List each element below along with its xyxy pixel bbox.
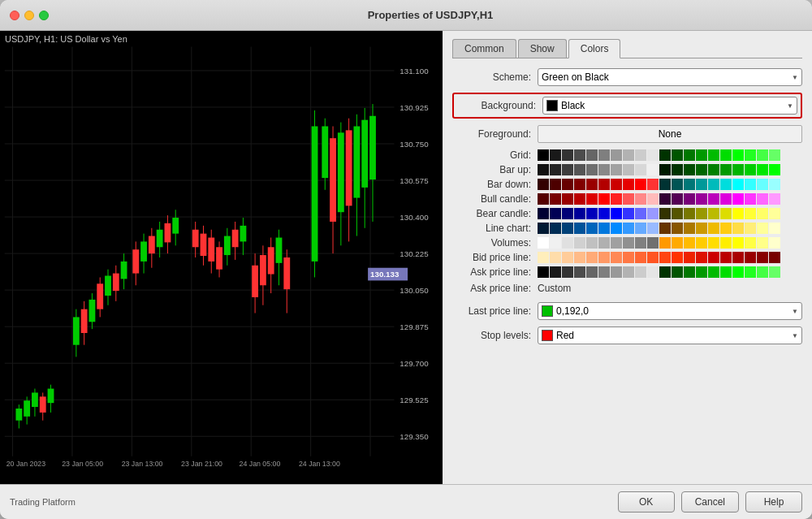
color-cell-5-11[interactable]	[672, 223, 683, 234]
color-cell-2-15[interactable]	[720, 179, 732, 190]
color-cell-0-15[interactable]	[720, 149, 732, 161]
color-cell-7-2[interactable]	[562, 252, 573, 263]
color-cell-1-9[interactable]	[647, 164, 659, 175]
color-cell-7-1[interactable]	[550, 252, 561, 263]
minimize-button[interactable]	[24, 11, 34, 20]
color-cell-2-7[interactable]	[623, 179, 634, 190]
color-cell-2-16[interactable]	[732, 179, 744, 190]
color-cell-0-6[interactable]	[611, 149, 622, 161]
color-cell-3-13[interactable]	[696, 193, 707, 205]
color-cell-1-1[interactable]	[550, 164, 561, 175]
color-cell-4-3[interactable]	[574, 208, 585, 219]
color-cell-2-18[interactable]	[757, 179, 768, 190]
color-cell-8-19[interactable]	[769, 266, 780, 278]
color-cell-1-18[interactable]	[757, 164, 768, 175]
color-cell-8-13[interactable]	[696, 266, 707, 278]
color-cell-0-13[interactable]	[696, 149, 707, 161]
color-cell-7-4[interactable]	[586, 252, 598, 263]
color-cell-6-6[interactable]	[611, 237, 622, 249]
color-cell-0-10[interactable]	[659, 149, 671, 161]
color-cell-6-2[interactable]	[562, 237, 573, 249]
color-cell-4-11[interactable]	[672, 208, 683, 219]
color-cell-4-4[interactable]	[586, 208, 598, 219]
tab-colors[interactable]: Colors	[568, 39, 621, 58]
color-cell-7-18[interactable]	[757, 252, 768, 263]
color-cell-2-11[interactable]	[672, 179, 683, 190]
foreground-none[interactable]: None	[538, 125, 802, 143]
color-cell-2-3[interactable]	[574, 179, 585, 190]
color-cell-6-19[interactable]	[769, 237, 780, 249]
color-cell-3-2[interactable]	[562, 193, 573, 205]
color-cell-1-14[interactable]	[708, 164, 719, 175]
color-cell-1-15[interactable]	[720, 164, 732, 175]
help-button[interactable]: Help	[745, 491, 802, 513]
color-cell-8-1[interactable]	[550, 266, 561, 278]
color-cell-1-11[interactable]	[672, 164, 683, 175]
color-cell-1-17[interactable]	[745, 164, 756, 175]
color-cell-2-0[interactable]	[538, 179, 549, 190]
color-cell-3-14[interactable]	[708, 193, 719, 205]
tab-show[interactable]: Show	[518, 39, 567, 58]
color-cell-6-7[interactable]	[623, 237, 634, 249]
color-cell-6-15[interactable]	[720, 237, 732, 249]
color-cell-1-5[interactable]	[598, 164, 610, 175]
color-cell-3-0[interactable]	[538, 193, 549, 205]
color-cell-7-10[interactable]	[659, 252, 671, 263]
color-cell-5-10[interactable]	[659, 223, 671, 234]
color-cell-5-4[interactable]	[586, 223, 598, 234]
color-cell-8-14[interactable]	[708, 266, 719, 278]
color-cell-4-17[interactable]	[745, 208, 756, 219]
color-cell-1-0[interactable]	[538, 164, 549, 175]
color-cell-5-7[interactable]	[623, 223, 634, 234]
color-cell-6-1[interactable]	[550, 237, 561, 249]
color-cell-0-14[interactable]	[708, 149, 719, 161]
color-cell-5-18[interactable]	[757, 223, 768, 234]
color-cell-4-1[interactable]	[550, 208, 561, 219]
color-cell-5-5[interactable]	[598, 223, 610, 234]
color-cell-4-19[interactable]	[769, 208, 780, 219]
color-cell-2-5[interactable]	[598, 179, 610, 190]
color-cell-3-10[interactable]	[659, 193, 671, 205]
color-cell-6-18[interactable]	[757, 237, 768, 249]
color-cell-3-9[interactable]	[647, 193, 659, 205]
color-cell-1-7[interactable]	[623, 164, 634, 175]
color-cell-8-15[interactable]	[720, 266, 732, 278]
color-cell-2-8[interactable]	[635, 179, 646, 190]
color-cell-5-13[interactable]	[696, 223, 707, 234]
color-cell-7-6[interactable]	[611, 252, 622, 263]
color-cell-6-5[interactable]	[598, 237, 610, 249]
color-cell-2-9[interactable]	[647, 179, 659, 190]
color-cell-6-8[interactable]	[635, 237, 646, 249]
cancel-button[interactable]: Cancel	[681, 491, 739, 513]
color-cell-4-0[interactable]	[538, 208, 549, 219]
color-cell-1-4[interactable]	[586, 164, 598, 175]
color-cell-3-18[interactable]	[757, 193, 768, 205]
color-cell-0-9[interactable]	[647, 149, 659, 161]
color-cell-5-3[interactable]	[574, 223, 585, 234]
color-cell-2-12[interactable]	[684, 179, 695, 190]
color-cell-6-0[interactable]	[538, 237, 549, 249]
color-cell-8-3[interactable]	[574, 266, 585, 278]
color-cell-6-4[interactable]	[586, 237, 598, 249]
color-cell-1-16[interactable]	[732, 164, 744, 175]
color-cell-4-18[interactable]	[757, 208, 768, 219]
color-cell-8-5[interactable]	[598, 266, 610, 278]
color-cell-5-14[interactable]	[708, 223, 719, 234]
color-cell-3-3[interactable]	[574, 193, 585, 205]
color-cell-4-2[interactable]	[562, 208, 573, 219]
color-cell-7-11[interactable]	[672, 252, 683, 263]
color-cell-4-5[interactable]	[598, 208, 610, 219]
color-cell-5-0[interactable]	[538, 223, 549, 234]
color-cell-0-8[interactable]	[635, 149, 646, 161]
color-cell-5-8[interactable]	[635, 223, 646, 234]
color-cell-0-12[interactable]	[684, 149, 695, 161]
color-cell-6-16[interactable]	[732, 237, 744, 249]
background-select[interactable]: Black	[542, 97, 797, 115]
color-cell-5-17[interactable]	[745, 223, 756, 234]
color-cell-4-15[interactable]	[720, 208, 732, 219]
color-cell-7-17[interactable]	[745, 252, 756, 263]
color-cell-7-0[interactable]	[538, 252, 549, 263]
color-cell-0-2[interactable]	[562, 149, 573, 161]
color-cell-7-14[interactable]	[708, 252, 719, 263]
color-cell-6-3[interactable]	[574, 237, 585, 249]
